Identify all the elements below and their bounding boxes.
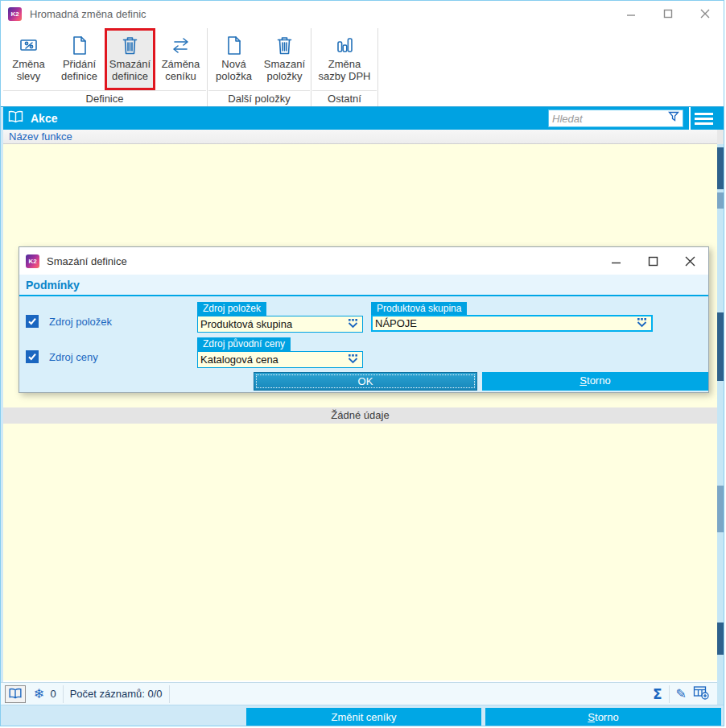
button-label: Smazaní	[264, 58, 305, 70]
snowflake-icon[interactable]: ❄	[34, 686, 44, 701]
combo-value-input[interactable]	[198, 318, 347, 330]
footer-bar: Změnit ceníky Storno	[1, 705, 724, 726]
maximize-button[interactable]	[650, 1, 687, 27]
trash-icon	[119, 32, 141, 58]
filter-icon[interactable]	[668, 111, 679, 126]
k2-app-icon: K2	[8, 7, 22, 21]
add-definition-button[interactable]: Přidání definice	[54, 28, 105, 90]
dialog-cancel-button[interactable]: Storno	[482, 372, 708, 391]
frozen-count: 0	[50, 688, 56, 700]
discount-icon	[18, 32, 39, 58]
toolbar: Změna slevy Přidání definice Smazání def…	[1, 27, 724, 107]
open-book-icon	[7, 110, 24, 127]
button-label: Záměna	[162, 58, 200, 70]
checkbox-row-zdroj-polozek: Zdroj položek	[26, 315, 112, 328]
footer-cancel-button[interactable]: Storno	[485, 708, 721, 726]
background-window-edge	[717, 107, 724, 705]
document-icon	[223, 32, 245, 58]
dialog-title: Smazání definice	[47, 255, 127, 267]
button-label: definice	[61, 70, 97, 82]
delete-definition-button[interactable]: Smazání definice	[105, 28, 155, 90]
field-tag: Zdroj položek	[197, 302, 266, 316]
button-label: Nová	[221, 58, 245, 70]
change-discount-button[interactable]: Změna slevy	[3, 28, 54, 90]
toolbar-group-dalsi-polozky: Nová položka Smazaní položky Další polož…	[208, 28, 310, 106]
toolbar-group-definice: Změna slevy Přidání definice Smazání def…	[3, 28, 206, 106]
status-separator	[669, 685, 670, 703]
dialog-minimize-button[interactable]	[597, 247, 634, 275]
document-icon	[68, 32, 90, 58]
dialog-section-header: Podmínky	[19, 275, 708, 296]
minimize-button[interactable]	[613, 1, 650, 27]
window-title: Hromadná změna definic	[30, 8, 146, 20]
edit-pencil-icon[interactable]: ✎	[676, 686, 687, 701]
checkbox-row-zdroj-ceny: Zdroj ceny	[26, 350, 98, 363]
field-tag: Zdroj původní ceny	[197, 337, 291, 351]
k2-app-icon: K2	[26, 254, 39, 268]
search-box	[548, 110, 683, 127]
search-input[interactable]	[549, 111, 668, 126]
panel-title: Akce	[31, 112, 57, 125]
combo-zdroj-polozek	[197, 316, 363, 333]
trash-icon	[274, 32, 295, 58]
button-label: definice	[112, 70, 148, 82]
status-separator	[169, 685, 170, 703]
section-title: Podmínky	[26, 279, 80, 292]
dialog-titlebar: K2 Smazání definice	[19, 247, 708, 275]
sum-icon[interactable]: Σ	[653, 686, 662, 702]
checkbox-label: Zdroj položek	[49, 316, 112, 328]
window-left-edge	[1, 107, 3, 682]
swap-arrows-icon	[170, 32, 192, 58]
combo-zdroj-puvodni-ceny	[197, 351, 363, 368]
combo-value-input[interactable]	[373, 317, 636, 329]
button-label: ceníku	[165, 70, 196, 82]
add-record-form-icon[interactable]	[693, 685, 709, 703]
close-button[interactable]	[687, 1, 724, 27]
change-vat-rate-button[interactable]: Změna sazby DPH	[312, 28, 377, 90]
status-bar: ❄ 0 Počet záznamů: 0/0 Σ ✎	[1, 682, 717, 705]
button-label: Přidání	[63, 58, 96, 70]
button-label: položky	[266, 70, 302, 82]
button-label: položka	[216, 70, 252, 82]
book-view-toggle[interactable]	[5, 685, 26, 703]
button-label: Změna	[328, 58, 361, 70]
apply-pricelists-button[interactable]: Změnit ceníky	[246, 708, 481, 726]
titlebar: K2 Hromadná změna definic	[1, 1, 724, 27]
dropdown-icon[interactable]	[347, 353, 359, 367]
toolbar-separator	[311, 28, 311, 106]
akce-panel-header: Akce	[1, 107, 717, 130]
delete-definition-dialog: K2 Smazání definice Podmínky Zdroj polož…	[19, 246, 709, 393]
dialog-body: Zdroj položek Zdroj položek Produktová s…	[19, 296, 708, 391]
swap-pricelist-button[interactable]: Záměna ceníku	[155, 28, 206, 90]
toolbar-separator	[377, 28, 378, 106]
bar-chart-icon	[334, 32, 356, 58]
dropdown-icon[interactable]	[347, 317, 359, 332]
toolbar-group-label: Ostatní	[312, 90, 377, 106]
record-count: Počet záznamů: 0/0	[70, 688, 163, 700]
checkbox-zdroj-ceny[interactable]	[26, 350, 39, 363]
toolbar-group-ostatni: Změna sazby DPH Ostatní	[312, 28, 377, 106]
status-separator	[63, 685, 64, 703]
button-label: Změna	[12, 58, 44, 70]
checkbox-zdroj-polozek[interactable]	[26, 315, 39, 328]
ok-button[interactable]: OK	[254, 372, 477, 391]
toolbar-group-label: Definice	[3, 90, 206, 106]
combo-value-input[interactable]	[198, 354, 347, 366]
button-label: Smazání	[109, 58, 151, 70]
application-window: K2 Hromadná změna definic Změna slevy	[0, 0, 724, 726]
menu-icon[interactable]	[693, 110, 715, 127]
toolbar-separator	[207, 28, 208, 106]
dialog-close-button[interactable]	[671, 247, 708, 275]
button-label: sazby DPH	[318, 70, 370, 82]
button-label: slevy	[17, 70, 41, 82]
toolbar-group-label: Další položky	[208, 90, 310, 106]
checkbox-label: Zdroj ceny	[49, 351, 98, 363]
no-data-bar: Žádné údaje	[3, 407, 717, 424]
column-header-nazev-funkce[interactable]: Název funkce	[3, 130, 717, 144]
new-item-button[interactable]: Nová položka	[208, 28, 259, 90]
field-tag: Produktová skupina	[371, 302, 467, 316]
delete-item-button[interactable]: Smazaní položky	[259, 28, 310, 90]
divider	[689, 107, 691, 130]
dialog-maximize-button[interactable]	[634, 247, 671, 275]
dropdown-icon[interactable]	[636, 316, 648, 331]
